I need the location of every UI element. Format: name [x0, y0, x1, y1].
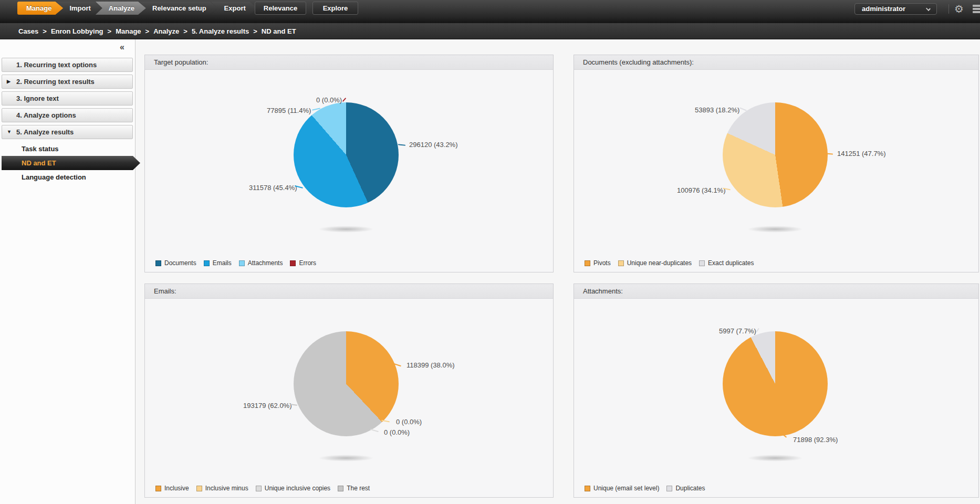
breadcrumb-separator: > [43, 27, 47, 35]
tab-relevance-setup[interactable]: Relevance setup [139, 2, 218, 15]
expand-arrow-icon: ▶ [7, 75, 11, 88]
slice-label-errors: 0 (0.0%) [316, 96, 342, 104]
legend-entry-unique-email-set-level: Unique (email set level) [585, 485, 659, 492]
pie-chart-documents[interactable] [723, 102, 828, 207]
slice-label-unique-inclusive-copies: 0 (0.0%) [384, 428, 410, 436]
legend-entry-attachments: Attachments [239, 259, 283, 267]
panel-title: Target population: [145, 55, 553, 70]
breadcrumb-analyze-results[interactable]: 5. Analyze results [192, 27, 249, 35]
breadcrumb-analyze[interactable]: Analyze [153, 27, 179, 35]
pie-chart-attachments[interactable] [723, 331, 828, 436]
panel-title: Emails: [145, 284, 553, 299]
legend-entry-documents: Documents [155, 259, 196, 267]
chevron-down-icon [926, 6, 931, 11]
slice-label-the-rest: 193179 (62.0%) [243, 402, 292, 410]
chart-legend: Pivots Unique near-duplicates Exact dupl… [585, 259, 762, 267]
pie-shadow [747, 226, 803, 233]
chart-legend: Inclusive Inclusive minus Unique inclusi… [155, 485, 377, 492]
slice-label-inclusive: 118399 (38.0%) [406, 361, 455, 369]
sidebar-subitem-task-status[interactable]: Task status [2, 142, 133, 156]
panel-title: Documents (excluding attachments): [574, 55, 978, 70]
breadcrumb: Cases > Enron Lobbying > Manage > Analyz… [0, 23, 980, 39]
pie-shadow [318, 455, 374, 461]
slice-label-duplicates: 5997 (7.7%) [719, 327, 756, 335]
breadcrumb-cases[interactable]: Cases [18, 27, 38, 35]
legend-swatch [338, 486, 343, 491]
chart-legend: Documents Emails Attachments Errors [155, 259, 324, 267]
legend-swatch [155, 486, 161, 491]
legend-swatch [204, 260, 210, 266]
explore-button[interactable]: Explore [312, 2, 358, 15]
legend-swatch [699, 260, 705, 266]
slice-label-pivots: 141251 (47.7%) [837, 150, 886, 158]
sidebar-item-recurring-text-options[interactable]: 1. Recurring text options [2, 58, 133, 72]
toolbar-divider [948, 4, 949, 14]
legend-entry-errors: Errors [290, 259, 316, 267]
breadcrumb-separator: > [108, 27, 112, 35]
sidebar-subitem-nd-and-et[interactable]: ND and ET [2, 156, 140, 170]
legend-entry-emails: Emails [204, 259, 232, 267]
breadcrumb-manage[interactable]: Manage [116, 27, 141, 35]
tab-import[interactable]: Import [56, 2, 102, 15]
sidebar-item-ignore-text[interactable]: 3. Ignore text [2, 91, 133, 106]
sidebar-nav: 1. Recurring text options ▶2. Recurring … [2, 58, 133, 184]
server-icon[interactable] [973, 5, 980, 14]
pie-shadow [318, 226, 374, 233]
legend-entry-unique-inclusive-copies: Unique inclusive copies [256, 485, 330, 492]
panel-documents-excluding-attachments: Documents (excluding attachments): 14125… [574, 55, 979, 272]
breadcrumb-separator: > [253, 27, 257, 35]
sidebar-item-analyze-results[interactable]: ▼5. Analyze results [2, 125, 133, 139]
panel-title: Attachments: [574, 284, 978, 299]
legend-swatch [239, 260, 245, 266]
legend-swatch [585, 260, 590, 266]
panel-target-population: Target population: 296120 (43.2%) 311578… [144, 55, 554, 272]
breadcrumb-nd-and-et[interactable]: ND and ET [262, 27, 296, 35]
legend-entry-exact-duplicates: Exact duplicates [699, 259, 754, 267]
slice-label-attachments: 77895 (11.4%) [267, 107, 311, 114]
legend-swatch [256, 486, 262, 491]
legend-swatch [666, 486, 672, 491]
collapse-arrow-icon: ▼ [7, 125, 12, 139]
panel-attachments: Attachments: 71898 (92.3%) 5997 (7.7%) U… [574, 284, 979, 498]
tab-export[interactable]: Export [211, 2, 257, 15]
legend-entry-inclusive-minus: Inclusive minus [196, 485, 248, 492]
relevance-button[interactable]: Relevance [255, 2, 306, 15]
legend-entry-pivots: Pivots [585, 259, 611, 267]
slice-label-unique-near-duplicates: 100976 (34.1%) [677, 186, 726, 194]
workflow-tabs: Manage Import Analyze Relevance setup Ex… [17, 2, 257, 15]
tab-analyze[interactable]: Analyze [96, 2, 146, 15]
pie-shadow [747, 455, 803, 461]
legend-swatch [585, 486, 590, 491]
legend-swatch [196, 486, 202, 491]
breadcrumb-case-name[interactable]: Enron Lobbying [51, 27, 103, 35]
legend-entry-the-rest: The rest [338, 485, 370, 492]
gear-icon[interactable]: ⚙ [954, 3, 964, 15]
legend-entry-duplicates: Duplicates [666, 485, 705, 492]
slice-label-inclusive-minus: 0 (0.0%) [396, 418, 422, 426]
sidebar-item-label: 2. Recurring text results [16, 78, 95, 86]
user-dropdown[interactable]: administrator [854, 3, 937, 15]
breadcrumb-separator: > [145, 27, 150, 35]
slice-label-documents: 296120 (43.2%) [409, 141, 458, 149]
slice-label-exact-duplicates: 53893 (18.2%) [695, 106, 739, 114]
breadcrumb-separator: > [183, 27, 187, 35]
sidebar-subitem-language-detection[interactable]: Language detection [2, 170, 133, 184]
legend-entry-inclusive: Inclusive [155, 485, 189, 492]
sidebar-collapse-icon[interactable]: « [120, 43, 124, 52]
tab-manage[interactable]: Manage [17, 2, 63, 15]
legend-entry-unique-near-duplicates: Unique near-duplicates [618, 259, 692, 267]
slice-label-unique-email-set-level: 71898 (92.3%) [793, 436, 838, 444]
sidebar: « 1. Recurring text options ▶2. Recurrin… [0, 39, 135, 504]
top-toolbar: Manage Import Analyze Relevance setup Ex… [0, 0, 980, 23]
chart-legend: Unique (email set level) Duplicates [585, 485, 712, 492]
slice-label-emails: 311578 (45.4%) [249, 184, 297, 192]
user-dropdown-label: administrator [862, 5, 905, 13]
panel-emails: Emails: 118399 (38.0%) 0 (0.0%) 0 (0.0%)… [144, 284, 554, 498]
sidebar-item-recurring-text-results[interactable]: ▶2. Recurring text results [2, 75, 133, 89]
legend-swatch [290, 260, 296, 266]
sidebar-item-label: 5. Analyze results [16, 128, 74, 136]
sidebar-item-analyze-options[interactable]: 4. Analyze options [2, 108, 133, 122]
legend-swatch [618, 260, 624, 266]
pie-chart-target-population[interactable] [294, 102, 399, 207]
legend-swatch [155, 260, 161, 266]
